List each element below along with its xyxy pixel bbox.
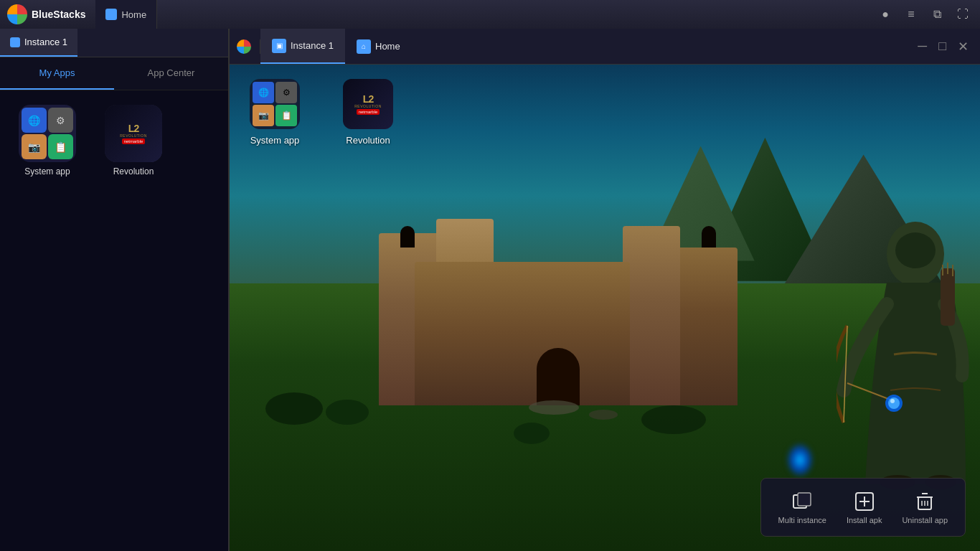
app-item-system[interactable]: 🌐 ⚙ 📷 📋 System app (11, 105, 83, 176)
app-icon-system: 🌐 ⚙ 📷 📋 (19, 105, 76, 162)
multi-instance-label: Multi instance (778, 516, 826, 524)
nav-tab-my-apps[interactable]: My Apps (0, 57, 114, 90)
game-background: 🌐 ⚙ 📷 📋 System app L2 REVOLUTION netmarb… (228, 65, 980, 551)
blue-flame (786, 442, 814, 478)
uninstall-app-icon (913, 490, 936, 513)
title-bar-controls: ● ≡ ⧉ ⛶ (875, 4, 980, 24)
svg-point-1 (895, 232, 936, 268)
svg-rect-14 (798, 493, 811, 506)
title-tab-home-label: Home (121, 9, 146, 20)
nav-tab-my-apps-label: My Apps (39, 67, 75, 78)
instance-tab-2-label: Instance 1 (291, 40, 334, 51)
floating-lineage-icon: L2 REVOLUTION netmarble (343, 79, 393, 129)
lineage-text-l2: L2 (128, 123, 138, 133)
castle-tower-center-right (623, 226, 680, 405)
lineage-text-rev: REVOLUTION (120, 133, 147, 138)
svg-point-6 (890, 399, 895, 403)
app-label-revolution: Revolution (113, 166, 154, 176)
floating-icon-globe: 🌐 (253, 82, 274, 103)
left-panel: Instance 1 My Apps App Center 🌐 ⚙ 📷 📋 (0, 29, 228, 551)
restore-icon[interactable]: □ (938, 39, 946, 54)
app-label-system: System app (24, 166, 70, 176)
castle (379, 190, 738, 405)
floating-lineage-l2: L2 (363, 94, 373, 104)
floating-icon-revolution: L2 REVOLUTION netmarble (343, 79, 393, 129)
instance-tab-2-instance[interactable]: ▣ Instance 1 (260, 29, 345, 64)
minimize-icon[interactable]: ─ (918, 39, 927, 54)
instance-bs-logo (228, 39, 260, 54)
floating-app-revolution-label: Revolution (346, 135, 390, 146)
instance-tab-icon (10, 37, 20, 47)
left-instance-tab[interactable]: Instance 1 (0, 29, 77, 57)
expand-button[interactable]: ⛶ (953, 4, 973, 24)
uninstall-app-button[interactable]: Uninstall app (893, 484, 956, 530)
main-content: ▣ Instance 1 ⌂ Home ─ □ ✕ (228, 29, 980, 551)
rock-2 (589, 410, 618, 420)
nav-tabs: My Apps App Center (0, 57, 228, 90)
panel-divider (228, 29, 230, 551)
floating-icon-camera: 📷 (253, 105, 274, 126)
bush-main-2 (326, 400, 369, 425)
bottom-toolbar: Multi instance Install apk (760, 478, 966, 537)
title-tab-home[interactable]: Home (95, 0, 157, 29)
multi-instance-icon (791, 490, 814, 513)
icon-cell-camera: 📷 (22, 134, 47, 159)
floating-app-system[interactable]: 🌐 ⚙ 📷 📋 System app (250, 79, 300, 146)
uninstall-app-label: Uninstall app (902, 516, 948, 524)
home-tab-2-icon-inner: ⌂ (362, 42, 366, 50)
install-apk-button[interactable]: Install apk (838, 484, 891, 530)
lineage-icon-wrap: L2 REVOLUTION netmarble (105, 105, 162, 162)
main-window: BlueStacks Home ● ≡ ⧉ ⛶ (0, 0, 980, 551)
app-item-revolution[interactable]: L2 REVOLUTION netmarble Revolution (98, 105, 169, 176)
bush-main-1 (265, 392, 323, 425)
icon-cell-list: 📋 (48, 134, 73, 159)
floating-apps: 🌐 ⚙ 📷 📋 System app L2 REVOLUTION netmarb… (250, 79, 393, 146)
close-icon[interactable]: ✕ (958, 39, 969, 55)
instance-title-bar: ▣ Instance 1 ⌂ Home ─ □ ✕ (228, 29, 980, 65)
instance-tab-2-icon-inner: ▣ (276, 42, 283, 50)
archer-svg (837, 211, 980, 512)
nav-tab-app-center[interactable]: App Center (114, 57, 228, 90)
nav-tab-app-center-label: App Center (148, 67, 195, 78)
title-bar-tabs: Home (95, 0, 157, 29)
bush-main-4 (514, 423, 550, 444)
floating-icon-list: 📋 (275, 105, 297, 126)
title-bar: BlueStacks Home ● ≡ ⧉ ⛶ (0, 0, 980, 29)
profile-button[interactable]: ● (875, 4, 895, 24)
castle-body (415, 262, 630, 405)
floating-lineage-nm: netmarble (357, 109, 380, 115)
left-instance-tab-label: Instance 1 (24, 37, 67, 47)
install-apk-icon (853, 490, 876, 513)
bluestacks-logo: BlueStacks (0, 4, 93, 24)
castle-window-2 (702, 226, 716, 248)
floating-icon-gear: ⚙ (275, 82, 297, 103)
bluestacks-logo-icon (7, 4, 27, 24)
svg-rect-7 (941, 268, 955, 326)
multi-instance-button[interactable]: Multi instance (770, 484, 835, 530)
app-grid: 🌐 ⚙ 📷 📋 System app L2 REVOLUTION netmarb… (0, 90, 228, 191)
app-icon-revolution: L2 REVOLUTION netmarble (105, 105, 162, 162)
instance-tab-2-home[interactable]: ⌂ Home (345, 29, 412, 64)
instance-window-controls: ─ □ ✕ (918, 39, 980, 55)
instance-tab-2-icon: ▣ (272, 39, 286, 53)
lineage-netmarble: netmarble (122, 138, 146, 144)
floating-lineage-rev: REVOLUTION (354, 104, 382, 108)
left-instance-tab-bar: Instance 1 (0, 29, 228, 57)
bluestacks-logo-text: BlueStacks (32, 9, 85, 20)
floating-app-revolution[interactable]: L2 REVOLUTION netmarble Revolution (343, 79, 393, 146)
castle-gate (537, 348, 580, 405)
instance-logo-icon (237, 39, 251, 54)
svg-point-5 (888, 397, 900, 409)
instance-tab-2-home-label: Home (375, 41, 400, 52)
floating-icon-system: 🌐 ⚙ 📷 📋 (250, 79, 300, 129)
archer-figure (837, 211, 980, 512)
install-apk-label: Install apk (847, 516, 882, 524)
home-tab-icon (105, 9, 117, 20)
floating-app-system-label: System app (250, 135, 300, 146)
icon-cell-gear: ⚙ (48, 108, 73, 133)
castle-window-1 (400, 226, 415, 248)
menu-button[interactable]: ≡ (901, 4, 921, 24)
home-tab-2-icon: ⌂ (357, 39, 371, 54)
restore-button[interactable]: ⧉ (927, 4, 947, 24)
icon-cell-globe: 🌐 (22, 108, 47, 133)
